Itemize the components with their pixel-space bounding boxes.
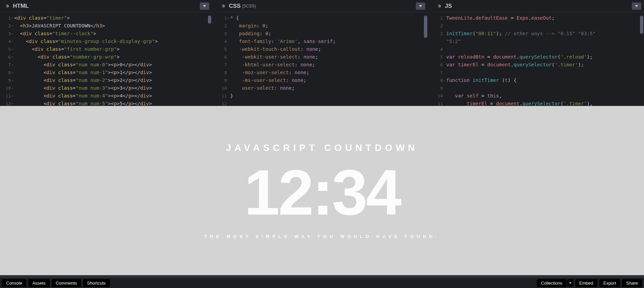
css-editor-title: CSS	[229, 3, 241, 9]
console-button[interactable]: Console	[2, 279, 26, 287]
editor-dropdown-button[interactable]	[632, 2, 641, 10]
embed-button[interactable]: Embed	[575, 279, 597, 287]
js-gutter: 12345678▸91011	[432, 14, 446, 106]
css-code-lines[interactable]: * { margin: 0; padding: 0; font-family: …	[230, 14, 428, 106]
assets-button[interactable]: Assets	[28, 279, 50, 287]
scrollbar-vertical[interactable]	[208, 16, 211, 24]
css-editor-subtype: (SCSS)	[242, 4, 256, 8]
preview-area: JAVASCRIPT COUNTDOWN 12:34 THE MOST SIMP…	[0, 106, 644, 275]
gear-icon[interactable]	[5, 4, 9, 8]
editors-row: HTML 1▸2▸3▸4▸5▸6▸7▸8▸9▸10▸11▸12▸ <div cl…	[0, 0, 644, 106]
js-editor-header: JS	[432, 0, 644, 12]
html-editor-panel: HTML 1▸2▸3▸4▸5▸6▸7▸8▸9▸10▸11▸12▸ <div cl…	[0, 0, 212, 106]
comments-button[interactable]: Comments	[52, 279, 81, 287]
html-code-lines[interactable]: <div class="timer"> <h3>JAVASCRIPT COUNT…	[14, 14, 212, 106]
preview-countdown: 12:34	[244, 160, 400, 224]
chevron-down-icon	[203, 5, 206, 7]
collections-button[interactable]: Collections	[537, 279, 567, 287]
html-gutter: 1▸2▸3▸4▸5▸6▸7▸8▸9▸10▸11▸12▸	[0, 14, 14, 106]
editor-dropdown-button[interactable]	[200, 2, 209, 10]
footer-bar: Console Assets Comments Shortcuts Collec…	[0, 275, 644, 288]
css-editor-header: CSS (SCSS)	[216, 0, 428, 12]
scrollbar-vertical[interactable]	[424, 16, 427, 38]
chevron-down-icon	[635, 5, 638, 7]
shortcuts-button[interactable]: Shortcuts	[83, 279, 110, 287]
export-button[interactable]: Export	[599, 279, 620, 287]
gear-icon[interactable]	[221, 4, 225, 8]
caret-down-icon	[569, 282, 572, 284]
html-editor-header: HTML	[0, 0, 212, 12]
scrollbar-vertical[interactable]	[640, 16, 643, 34]
collections-dropdown[interactable]	[567, 279, 573, 287]
css-gutter: 1▸23456789101112	[216, 14, 230, 106]
preview-subtitle: THE MOST SIMPLE WAY YOU WOULD HAVE FOUND…	[204, 234, 439, 239]
html-editor-title: HTML	[13, 3, 29, 9]
preview-title: JAVASCRIPT COUNTDOWN	[226, 142, 418, 153]
share-button[interactable]: Share	[622, 279, 642, 287]
js-code-area[interactable]: 12345678▸91011 TweenLite.defaultEase = E…	[432, 12, 644, 106]
chevron-down-icon	[419, 5, 422, 7]
gear-icon[interactable]	[437, 4, 442, 8]
css-editor-panel: CSS (SCSS) 1▸23456789101112 * { margin: …	[216, 0, 428, 106]
editor-dropdown-button[interactable]	[416, 2, 425, 10]
js-editor-panel: JS 12345678▸91011 TweenLite.defaultEase …	[432, 0, 644, 106]
js-code-lines[interactable]: TweenLite.defaultEase = Expo.easeOut;ini…	[446, 14, 644, 106]
html-code-area[interactable]: 1▸2▸3▸4▸5▸6▸7▸8▸9▸10▸11▸12▸ <div class="…	[0, 12, 212, 106]
js-editor-title: JS	[445, 3, 452, 9]
css-code-area[interactable]: 1▸23456789101112 * { margin: 0; padding:…	[216, 12, 428, 106]
